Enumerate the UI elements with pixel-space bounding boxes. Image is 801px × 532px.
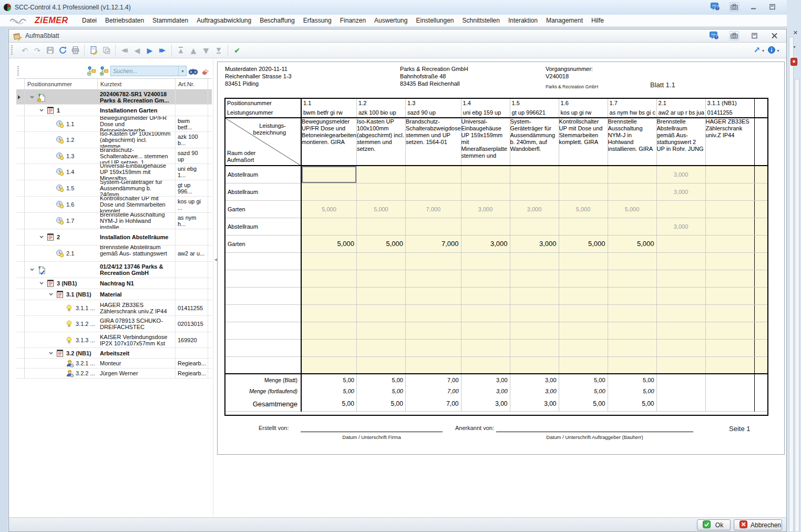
menu-item-beschaffung[interactable]: Beschaffung — [255, 15, 299, 26]
measure-cell-extra[interactable] — [754, 270, 768, 287]
menu-item-betriebsdaten[interactable]: Betriebsdaten — [101, 15, 148, 26]
measure-cell[interactable] — [705, 322, 754, 339]
measure-cell[interactable]: 3,000 — [461, 200, 510, 218]
measure-cell[interactable]: 3,000 — [510, 235, 559, 252]
col-header-1.1[interactable]: 1.1bwm betfr gi rw — [301, 98, 356, 118]
link-arrow-button[interactable]: ▼ — [753, 45, 765, 56]
measure-cell[interactable] — [608, 322, 656, 339]
room-label-cell[interactable]: Garten — [225, 235, 301, 252]
collapse-all-button[interactable] — [85, 65, 98, 77]
col-header-1.2[interactable]: 1.2azk 100 bio up — [356, 98, 405, 118]
tree-row-3.2.2...[interactable]: 3.2.2 ...Jürgen WernerRegiearb... — [16, 369, 212, 378]
measure-cell[interactable] — [301, 218, 356, 235]
measure-cell[interactable] — [559, 304, 608, 322]
measure-cell[interactable] — [559, 356, 608, 374]
expander-chevron-icon[interactable] — [48, 350, 54, 356]
measure-cell[interactable] — [608, 287, 656, 304]
measure-cell[interactable]: 5,000 — [559, 235, 608, 252]
room-label-cell[interactable] — [225, 287, 301, 304]
measure-cell[interactable] — [356, 322, 405, 339]
tree-row-2[interactable]: 2Installation Abstellräume — [16, 229, 212, 245]
measure-cell[interactable] — [356, 183, 405, 200]
menu-item-auftragsabwicklung[interactable]: Auftragsabwicklung — [192, 15, 255, 26]
measure-cell-extra[interactable] — [754, 252, 768, 270]
measure-cell[interactable]: 5,000 — [608, 200, 656, 218]
measure-cell[interactable] — [461, 252, 510, 270]
measure-cell[interactable] — [461, 183, 510, 200]
measure-cell[interactable] — [656, 200, 705, 218]
measure-cell[interactable] — [461, 270, 510, 287]
col-header-1.5[interactable]: 1.5gt up 996621 — [510, 98, 559, 118]
measure-cell[interactable] — [656, 287, 705, 304]
measure-cell[interactable] — [705, 166, 754, 183]
measure-cell[interactable]: 7,000 — [405, 235, 461, 252]
tree-row-2.1[interactable]: 2.1Brennstelle Abstellraum gemäß Aus- st… — [16, 245, 212, 262]
inner-help-chat-icon[interactable]: ? — [707, 30, 721, 41]
measure-cell-extra[interactable] — [754, 356, 768, 374]
measure-cell[interactable] — [656, 270, 705, 287]
search-input[interactable] — [111, 67, 178, 75]
measure-cell[interactable] — [461, 339, 510, 356]
measure-cell[interactable] — [301, 339, 356, 356]
measure-cell[interactable] — [608, 183, 656, 200]
panel-splitter[interactable] — [213, 58, 217, 517]
refresh-button[interactable] — [56, 45, 69, 56]
room-label-cell[interactable] — [225, 270, 301, 287]
measure-cell[interactable] — [301, 166, 356, 183]
measure-cell[interactable] — [608, 356, 656, 374]
measure-cell[interactable] — [356, 270, 405, 287]
dock-dropdown-icon[interactable]: ▼ — [793, 45, 796, 49]
tree-row-1.5[interactable]: 1.5System-Geräteträger für Aussendämmung… — [16, 180, 212, 197]
measure-cell[interactable] — [461, 356, 510, 374]
measure-cell[interactable] — [559, 270, 608, 287]
menu-item-schnittstellen[interactable]: Schnittstellen — [458, 15, 504, 26]
measure-cell[interactable] — [656, 252, 705, 270]
dock-alert-icon[interactable] — [790, 58, 797, 67]
eraser-clear-button[interactable] — [199, 65, 212, 77]
measure-cell[interactable] — [356, 339, 405, 356]
expander-chevron-icon[interactable] — [39, 234, 45, 240]
tree-col-positionsnummer[interactable]: Positionsnummer — [25, 79, 98, 89]
measure-cell[interactable] — [405, 270, 461, 287]
measure-cell[interactable]: 3,000 — [656, 166, 705, 183]
menu-item-auswertung[interactable]: Auswertung — [370, 15, 412, 26]
col-header-1.4[interactable]: 1.4uni ebg 159 up — [461, 98, 510, 118]
search-dropdown[interactable]: ▼ — [178, 66, 186, 76]
confirm-check-button[interactable]: ✔ — [231, 45, 243, 56]
room-label-cell[interactable] — [225, 322, 301, 339]
measure-cell[interactable] — [559, 287, 608, 304]
measure-cell[interactable] — [608, 304, 656, 322]
info-button[interactable]: ▼ — [767, 45, 780, 56]
measure-cell[interactable] — [656, 304, 705, 322]
measure-cell[interactable] — [705, 252, 754, 270]
screenshot-camera-icon[interactable] — [727, 2, 741, 12]
measure-cell[interactable] — [405, 183, 461, 200]
measure-cell[interactable]: 3,000 — [510, 200, 559, 218]
col-header-1.6[interactable]: 1.6kos up gi rw — [559, 98, 608, 118]
measure-cell[interactable] — [405, 356, 461, 374]
room-label-cell[interactable] — [225, 356, 301, 374]
tree-row-3NB1[interactable]: 3 (NB1)Nachtrag N1 — [16, 278, 212, 289]
tree-row-3.1.3...[interactable]: 3.1.3 ...KAISER Verbindungsdose IP2X 107… — [16, 332, 212, 348]
room-label-cell[interactable]: Garten — [225, 200, 301, 218]
measure-cell[interactable] — [301, 270, 356, 287]
measure-cell[interactable] — [461, 218, 510, 235]
measure-cell-extra[interactable] — [754, 200, 768, 218]
tree-row-1.6[interactable]: 1.6Kontrollschalter UP mit Dose und Stem… — [16, 197, 212, 213]
measure-cell[interactable]: 5,000 — [301, 200, 356, 218]
measure-cell[interactable] — [405, 304, 461, 322]
measure-cell[interactable] — [301, 183, 356, 200]
measure-cell[interactable] — [656, 339, 705, 356]
measure-cell[interactable]: 7,000 — [405, 200, 461, 218]
measure-cell[interactable] — [356, 287, 405, 304]
measure-cell[interactable] — [510, 166, 559, 183]
menu-item-erfassung[interactable]: Erfassung — [299, 15, 336, 26]
measure-cell[interactable] — [356, 166, 405, 183]
menu-item-stammdaten[interactable]: Stammdaten — [148, 15, 192, 26]
measure-cell[interactable] — [705, 356, 754, 374]
menu-item-hilfe[interactable]: Hilfe — [587, 15, 608, 26]
measure-cell[interactable] — [705, 270, 754, 287]
print-button[interactable] — [69, 45, 81, 56]
measure-cell[interactable]: 3,000 — [656, 218, 705, 235]
measure-cell-extra[interactable] — [754, 235, 768, 252]
